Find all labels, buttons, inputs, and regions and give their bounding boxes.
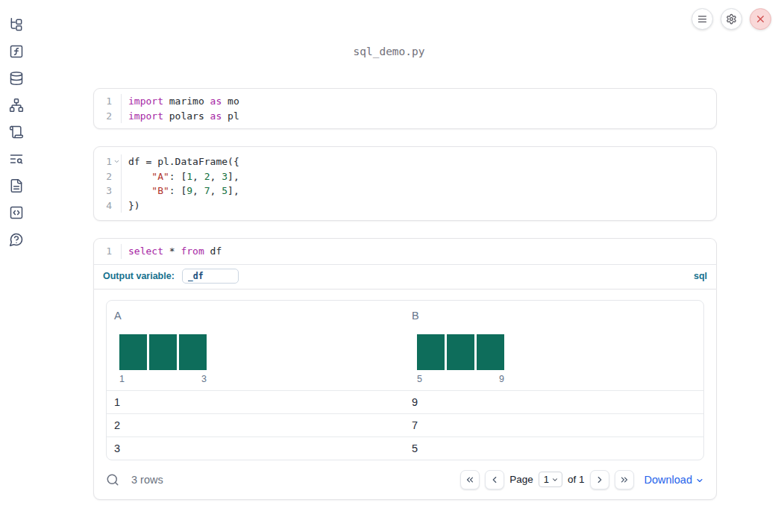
fold-spacer xyxy=(112,184,122,198)
chevrons-left-icon xyxy=(465,475,475,485)
chevron-down-icon xyxy=(551,476,559,484)
column-name: B xyxy=(412,310,696,322)
output-variable-input[interactable] xyxy=(182,269,239,284)
histogram-bar xyxy=(149,334,177,370)
code-cell-dataframe[interactable]: 1df = pl.DataFrame({2 "A": [1, 2, 3],3 "… xyxy=(93,146,717,221)
code-text[interactable]: import polars as pl xyxy=(122,109,239,124)
download-label: Download xyxy=(644,474,693,486)
histogram-max-label: 9 xyxy=(499,374,504,384)
close-icon xyxy=(755,13,766,25)
page-select-value: 1 xyxy=(544,474,549,485)
code-text[interactable]: select * from df xyxy=(122,244,222,259)
histogram-bar xyxy=(447,334,474,370)
fold-spacer xyxy=(112,169,122,184)
line-number: 2 xyxy=(94,169,112,184)
histogram-max-label: 3 xyxy=(201,374,207,384)
table-cell[interactable]: 2 xyxy=(107,414,404,436)
column-header-a[interactable]: A13 xyxy=(107,301,404,390)
settings-button[interactable] xyxy=(721,8,742,30)
sql-cell[interactable]: 1select * from df Output variable: sql xyxy=(93,238,717,289)
column-histogram xyxy=(119,334,207,370)
help-icon[interactable] xyxy=(9,232,24,247)
code-text[interactable]: df = pl.DataFrame({ xyxy=(122,154,239,169)
code-line[interactable]: 2 "A": [1, 2, 3], xyxy=(94,169,716,184)
pagination-controls: Page 1 of 1 xyxy=(460,470,633,489)
chevron-down-icon xyxy=(695,476,704,485)
notebook-filename: sql_demo.py xyxy=(0,46,778,57)
table-row[interactable]: 27 xyxy=(107,413,703,436)
table-body: 192735 xyxy=(107,390,703,460)
table-cell[interactable]: 1 xyxy=(107,391,404,413)
code-text[interactable]: "A": [1, 2, 3], xyxy=(122,169,239,184)
snippets-icon[interactable] xyxy=(9,205,24,220)
first-page-button[interactable] xyxy=(460,470,480,489)
code-line[interactable]: 1df = pl.DataFrame({ xyxy=(94,154,716,169)
line-number: 3 xyxy=(94,184,112,198)
histogram-bar xyxy=(477,334,504,370)
last-page-button[interactable] xyxy=(615,470,634,489)
fold-spacer xyxy=(112,94,122,109)
line-number: 4 xyxy=(94,198,112,213)
table-cell[interactable]: 7 xyxy=(404,414,703,436)
fold-spacer xyxy=(112,109,122,124)
search-button[interactable] xyxy=(106,473,119,486)
code-line[interactable]: 1select * from df xyxy=(94,244,716,259)
column-header-b[interactable]: B59 xyxy=(404,301,703,390)
histogram-bar xyxy=(417,334,445,370)
sql-meta-row: Output variable: sql xyxy=(94,264,716,289)
menu-button[interactable] xyxy=(691,8,713,30)
code-text[interactable]: "B": [9, 7, 5], xyxy=(122,184,239,198)
logs-search-icon[interactable] xyxy=(9,151,24,166)
histogram-axis: 59 xyxy=(417,374,504,384)
page-label: Page xyxy=(509,474,533,485)
line-number: 2 xyxy=(94,109,112,124)
fold-chevron-icon[interactable] xyxy=(112,154,122,169)
table-header-row: A13B59 xyxy=(107,301,703,390)
shutdown-button[interactable] xyxy=(750,8,771,30)
code-cell-imports[interactable]: 1import marimo as mo2import polars as pl xyxy=(93,88,717,129)
data-table: A13B59 192735 xyxy=(106,300,704,460)
column-histogram xyxy=(417,334,504,370)
chevrons-right-icon xyxy=(619,475,630,485)
file-tree-icon[interactable] xyxy=(9,17,24,32)
histogram-bar xyxy=(179,334,207,370)
output-variable-label: Output variable: xyxy=(103,271,175,281)
histogram-bar xyxy=(119,334,147,370)
sidebar xyxy=(0,0,33,532)
table-cell[interactable]: 3 xyxy=(107,437,404,460)
search-icon xyxy=(106,473,119,486)
notebook-cells: 1import marimo as mo2import polars as pl… xyxy=(93,88,717,500)
code-text[interactable]: import marimo as mo xyxy=(122,94,239,109)
page-select[interactable]: 1 xyxy=(539,472,562,487)
table-row[interactable]: 35 xyxy=(107,436,703,460)
chevron-right-icon xyxy=(595,475,605,485)
table-output-panel: A13B59 192735 3 rows Page 1 of 1 xyxy=(93,289,717,500)
next-page-button[interactable] xyxy=(590,470,609,489)
database-icon[interactable] xyxy=(9,71,24,86)
line-number: 1 xyxy=(94,244,112,259)
table-row[interactable]: 19 xyxy=(107,390,703,413)
histogram-min-label: 5 xyxy=(417,374,422,384)
histogram-axis: 13 xyxy=(119,374,207,384)
row-count-label: 3 rows xyxy=(131,474,163,486)
code-line[interactable]: 3 "B": [9, 7, 5], xyxy=(94,184,716,198)
code-line[interactable]: 4}) xyxy=(94,198,716,213)
dependency-graph-icon[interactable] xyxy=(9,98,24,113)
documentation-icon[interactable] xyxy=(9,178,24,193)
histogram-min-label: 1 xyxy=(119,374,125,384)
chevron-left-icon xyxy=(489,475,500,485)
table-cell[interactable]: 9 xyxy=(404,391,703,413)
line-number: 1 xyxy=(94,94,112,109)
code-line[interactable]: 2import polars as pl xyxy=(94,109,716,124)
fold-spacer xyxy=(112,198,122,213)
page-of-label: of 1 xyxy=(568,474,585,485)
table-cell[interactable]: 5 xyxy=(404,437,703,460)
column-name: A xyxy=(114,310,397,322)
table-footer: 3 rows Page 1 of 1 xyxy=(94,460,716,499)
prev-page-button[interactable] xyxy=(485,470,504,489)
code-text[interactable]: }) xyxy=(122,198,140,213)
line-number: 1 xyxy=(94,154,112,169)
code-line[interactable]: 1import marimo as mo xyxy=(94,94,716,109)
download-button[interactable]: Download xyxy=(644,474,705,486)
scroll-icon[interactable] xyxy=(9,125,24,140)
